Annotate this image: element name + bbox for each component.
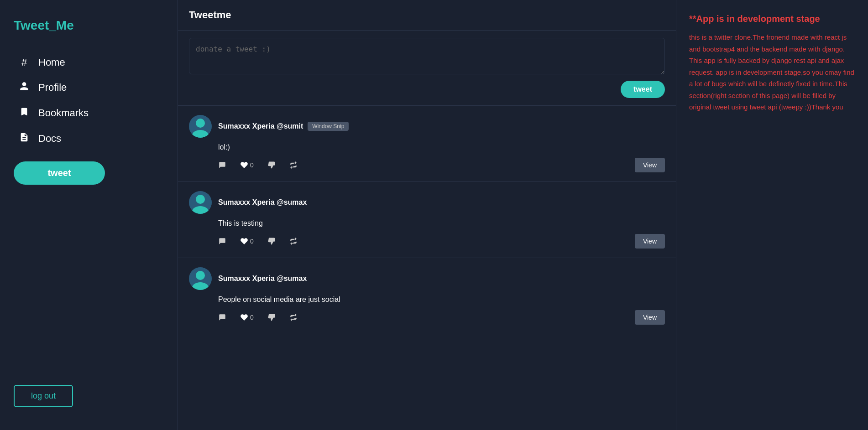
like-icon xyxy=(240,237,248,245)
bookmarks-icon xyxy=(17,107,31,119)
comment-icon xyxy=(218,237,226,245)
sidebar: Tweet_Me # Home Profile Bookmarks Docs t… xyxy=(0,0,178,430)
dislike-button[interactable] xyxy=(267,313,276,321)
sidebar-item-home-label: Home xyxy=(38,57,65,68)
avatar xyxy=(189,191,212,214)
sidebar-nav: # Home Profile Bookmarks Docs xyxy=(14,51,164,152)
tweet-user-info: Sumaxxx Xperia @sumax xyxy=(218,198,307,207)
like-button[interactable]: 0 xyxy=(240,237,254,245)
tweet-card: Sumaxxx Xperia @sumax This is testing 0 … xyxy=(178,182,676,258)
view-button-3[interactable]: View xyxy=(635,310,665,325)
tweet-actions: 0 View xyxy=(218,234,665,249)
dislike-button[interactable] xyxy=(267,237,276,245)
tweet-user-info: Sumaxxx Xperia @sumit Window Snip xyxy=(218,122,349,131)
home-icon: # xyxy=(17,57,31,68)
sidebar-item-docs[interactable]: Docs xyxy=(14,127,164,150)
profile-icon xyxy=(17,81,31,94)
window-snip-badge: Window Snip xyxy=(308,122,349,131)
dev-stage-title: **App is in development stage xyxy=(689,14,855,24)
sidebar-item-home[interactable]: # Home xyxy=(14,51,164,74)
dislike-icon xyxy=(267,161,276,169)
like-count: 0 xyxy=(250,238,254,245)
compose-tweet-button[interactable]: tweet xyxy=(621,81,665,98)
dislike-icon xyxy=(267,237,276,245)
retweet-icon xyxy=(289,161,298,169)
tweet-compose-section: tweet xyxy=(178,31,676,106)
like-button[interactable]: 0 xyxy=(240,161,254,169)
sidebar-item-docs-label: Docs xyxy=(38,133,61,145)
sidebar-item-bookmarks[interactable]: Bookmarks xyxy=(14,101,164,125)
app-logo: Tweet_Me xyxy=(14,18,164,33)
view-button-2[interactable]: View xyxy=(635,234,665,249)
tweet-header: Sumaxxx Xperia @sumax xyxy=(189,191,665,214)
dislike-button[interactable] xyxy=(267,161,276,169)
svg-point-7 xyxy=(196,271,205,280)
tweet-username: Sumaxxx Xperia @sumit xyxy=(218,122,303,130)
svg-point-1 xyxy=(196,119,205,128)
sidebar-item-profile-label: Profile xyxy=(38,82,67,93)
right-panel: **App is in development stage this is a … xyxy=(676,0,868,430)
compose-actions: tweet xyxy=(189,81,665,98)
like-icon xyxy=(240,313,248,321)
comment-icon xyxy=(218,313,226,321)
svg-point-4 xyxy=(196,195,205,204)
tweet-username: Sumaxxx Xperia @sumax xyxy=(218,275,307,283)
tweet-header: Sumaxxx Xperia @sumit Window Snip xyxy=(189,115,665,138)
tweet-actions: 0 View xyxy=(218,158,665,172)
main-header-title: Tweetme xyxy=(189,9,231,21)
main-header: Tweetme xyxy=(178,0,676,31)
sidebar-item-bookmarks-label: Bookmarks xyxy=(38,107,89,119)
like-count: 0 xyxy=(250,314,254,321)
retweet-button[interactable] xyxy=(289,313,298,321)
view-button-1[interactable]: View xyxy=(635,158,665,172)
dislike-icon xyxy=(267,313,276,321)
docs-icon xyxy=(17,132,31,145)
tweet-content: People on social media are just social xyxy=(218,295,665,304)
sidebar-item-profile[interactable]: Profile xyxy=(14,76,164,99)
tweet-content: This is testing xyxy=(218,219,665,228)
like-button[interactable]: 0 xyxy=(240,313,254,321)
dev-stage-description: this is a twitter clone.The fronend made… xyxy=(689,31,855,113)
main-content: Tweetme tweet Sumaxxx Xperia @sumit Wind… xyxy=(178,0,676,430)
retweet-button[interactable] xyxy=(289,161,298,169)
tweet-header: Sumaxxx Xperia @sumax xyxy=(189,267,665,290)
retweet-button[interactable] xyxy=(289,237,298,245)
retweet-icon xyxy=(289,237,298,245)
tweet-card: Sumaxxx Xperia @sumit Window Snip lol:) … xyxy=(178,106,676,182)
like-icon xyxy=(240,161,248,169)
tweet-content: lol:) xyxy=(218,143,665,151)
tweet-actions: 0 View xyxy=(218,310,665,325)
retweet-icon xyxy=(289,313,298,321)
like-count: 0 xyxy=(250,161,254,169)
tweet-compose-input[interactable] xyxy=(189,38,665,74)
avatar xyxy=(189,115,212,138)
comment-button[interactable] xyxy=(218,161,226,169)
comment-icon xyxy=(218,161,226,169)
tweet-user-info: Sumaxxx Xperia @sumax xyxy=(218,275,307,283)
sidebar-tweet-button[interactable]: tweet xyxy=(14,161,105,185)
logout-button[interactable]: log out xyxy=(14,385,73,407)
avatar xyxy=(189,267,212,290)
tweet-username: Sumaxxx Xperia @sumax xyxy=(218,198,307,207)
tweet-card: Sumaxxx Xperia @sumax People on social m… xyxy=(178,258,676,334)
comment-button[interactable] xyxy=(218,313,226,321)
comment-button[interactable] xyxy=(218,237,226,245)
